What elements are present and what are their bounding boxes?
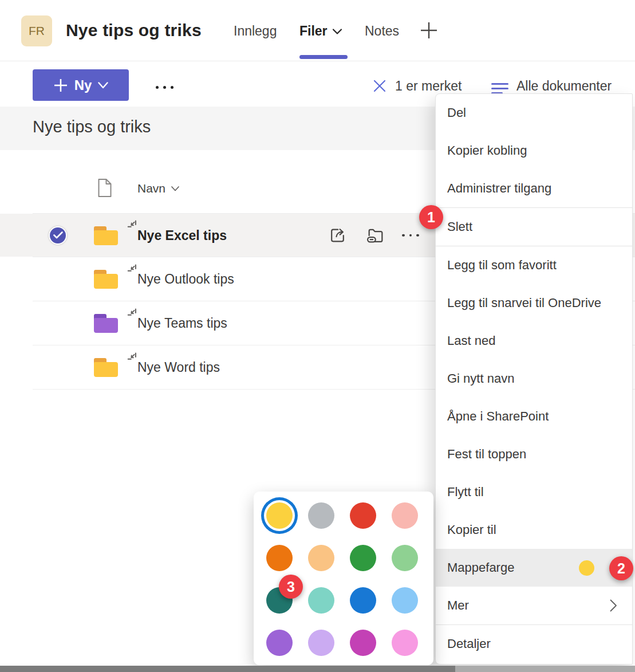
- page-title: Nye tips og triks: [33, 117, 151, 136]
- menu-item-apne-i-sharepoint[interactable]: Åpne i SharePoint: [436, 398, 632, 435]
- x-icon: [373, 79, 386, 93]
- new-button[interactable]: Ny: [33, 69, 129, 101]
- chevron-right-icon: [610, 599, 617, 612]
- menu-item-slett[interactable]: Slett: [436, 208, 632, 246]
- plus-icon: [53, 78, 68, 93]
- shortcut-arrow-icon: [127, 308, 137, 318]
- share-button[interactable]: [328, 226, 347, 245]
- color-swatch-peach[interactable]: [308, 545, 334, 571]
- annotation-badge-1: 1: [419, 205, 443, 229]
- menu-item-flytt-til[interactable]: Flytt til: [436, 473, 632, 511]
- tab-notes-label: Notes: [365, 23, 399, 39]
- color-swatch-red[interactable]: [350, 502, 376, 529]
- add-tab-button[interactable]: [419, 20, 439, 41]
- tab-innlegg-label: Innlegg: [234, 23, 277, 39]
- menu-item-label: Åpne i SharePoint: [447, 409, 549, 424]
- team-avatar: FR: [21, 15, 52, 46]
- menu-item-kopier-til[interactable]: Kopier til: [436, 511, 632, 549]
- folder-color-swatch: [579, 560, 594, 576]
- menu-item-label: Flytt til: [447, 485, 484, 500]
- color-swatch-light-blue[interactable]: [392, 587, 418, 614]
- folder-link-icon: [366, 226, 385, 245]
- color-swatch-light-pink[interactable]: [392, 630, 418, 656]
- file-name-link[interactable]: Nye Teams tips: [137, 315, 227, 331]
- tab-innlegg[interactable]: Innlegg: [234, 23, 277, 39]
- color-swatch-magenta[interactable]: [350, 630, 376, 656]
- view-selector[interactable]: Alle dokumenter: [491, 78, 612, 94]
- shortcut-arrow-icon: [127, 220, 137, 230]
- shortcut-arrow-icon: [127, 264, 137, 274]
- type-column-header[interactable]: [97, 178, 112, 198]
- shortcut-arrow-icon: [127, 352, 137, 362]
- color-swatch-blue[interactable]: [350, 587, 376, 614]
- plus-icon: [419, 20, 439, 41]
- ellipsis-icon: [409, 234, 412, 237]
- menu-item-label: Slett: [447, 219, 472, 234]
- menu-item-gi-nytt-navn[interactable]: Gi nytt navn: [436, 360, 632, 398]
- document-icon: [97, 178, 112, 198]
- selection-count-label: 1 er merket: [395, 78, 462, 94]
- annotation-badge-2: 2: [609, 556, 633, 580]
- folder-link-button[interactable]: [366, 226, 385, 245]
- color-swatch-light-green[interactable]: [392, 545, 418, 571]
- channel-title: Nye tips og triks: [66, 21, 202, 40]
- folder-icon: [94, 226, 118, 245]
- menu-item-fest-til-toppen[interactable]: Fest til toppen: [436, 435, 632, 473]
- color-swatch-salmon[interactable]: [392, 502, 418, 529]
- menu-item-legg-til-snarvei-onedrive[interactable]: Legg til snarvei til OneDrive: [436, 284, 632, 322]
- horizontal-scrollbar-thumb[interactable]: [0, 666, 455, 672]
- menu-item-mappefarge[interactable]: Mappefarge: [436, 549, 632, 587]
- menu-item-kopier-kobling[interactable]: Kopier kobling: [436, 132, 632, 170]
- context-menu: Del Kopier kobling Administrer tilgang S…: [435, 93, 633, 665]
- menu-item-legg-til-som-favoritt[interactable]: Legg til som favoritt: [436, 246, 632, 284]
- file-name-link[interactable]: Nye Word tips: [137, 359, 220, 375]
- file-name-link[interactable]: Nye Outlook tips: [137, 271, 234, 286]
- folder-icon: [94, 314, 118, 333]
- tab-filer-label: Filer: [299, 23, 328, 39]
- menu-item-last-ned[interactable]: Last ned: [436, 322, 632, 360]
- menu-item-label: Legg til som favoritt: [447, 258, 557, 273]
- file-name-link[interactable]: Nye Excel tips: [137, 227, 227, 243]
- menu-item-label: Administrer tilgang: [447, 181, 551, 196]
- menu-item-label: Legg til snarvei til OneDrive: [447, 296, 601, 311]
- chevron-down-icon: [171, 186, 179, 191]
- chevron-down-icon: [333, 29, 342, 34]
- color-swatch-purple[interactable]: [266, 630, 293, 656]
- menu-item-mer[interactable]: Mer: [436, 587, 632, 624]
- clear-selection-button[interactable]: [373, 79, 386, 93]
- ellipsis-icon: [156, 86, 159, 89]
- toolbar-more-button[interactable]: [153, 84, 176, 91]
- color-swatch-green[interactable]: [350, 545, 376, 571]
- name-column-label: Navn: [137, 182, 165, 195]
- menu-item-label: Fest til toppen: [447, 447, 526, 462]
- folder-icon: [94, 270, 118, 289]
- menu-item-detaljer[interactable]: Detaljer: [436, 625, 632, 663]
- color-swatch-lavender[interactable]: [308, 630, 334, 656]
- row-checkbox-selected[interactable]: [49, 226, 67, 245]
- menu-item-label: Del: [447, 105, 466, 120]
- new-button-label: Ny: [74, 77, 92, 93]
- folder-icon: [94, 358, 118, 377]
- tab-notes[interactable]: Notes: [365, 23, 399, 39]
- color-swatch-light-teal[interactable]: [308, 587, 334, 614]
- color-swatch-gray[interactable]: [308, 502, 334, 529]
- tab-filer[interactable]: Filer: [299, 23, 342, 39]
- check-icon: [53, 231, 63, 239]
- menu-item-del[interactable]: Del: [436, 94, 632, 132]
- color-swatch-yellow[interactable]: [266, 502, 293, 529]
- folder-color-picker: [254, 492, 433, 665]
- row-more-button[interactable]: [402, 234, 419, 237]
- filter-lines-icon: [491, 78, 508, 94]
- menu-item-administrer-tilgang[interactable]: Administrer tilgang: [436, 170, 632, 207]
- ellipsis-icon: [163, 86, 166, 89]
- ellipsis-icon: [171, 86, 173, 89]
- active-tab-underline: [299, 55, 348, 59]
- color-swatch-orange[interactable]: [266, 545, 293, 571]
- menu-item-label: Kopier kobling: [447, 143, 527, 158]
- name-column-header[interactable]: Navn: [137, 182, 179, 195]
- horizontal-scrollbar[interactable]: [0, 666, 635, 672]
- menu-item-label: Gi nytt navn: [447, 371, 514, 386]
- view-selector-label: Alle dokumenter: [516, 78, 612, 94]
- teams-files-window: FR Nye tips og triks Innlegg Filer Notes: [0, 0, 635, 672]
- ellipsis-icon: [402, 234, 405, 237]
